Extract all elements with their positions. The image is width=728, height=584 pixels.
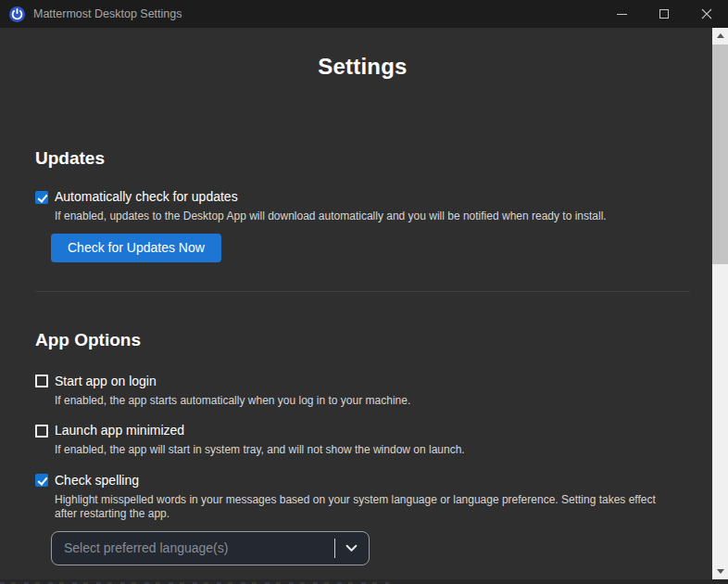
check-spelling-description: Highlight misspelled words in your messa… [55,493,671,522]
start-on-login-description: If enabled, the app starts automatically… [55,394,671,409]
window-controls [600,0,728,28]
maximize-button[interactable] [643,0,685,28]
setting-start-on-login: Start app on login If enabled, the app s… [35,374,690,409]
select-separator [334,539,335,558]
launch-minimized-label[interactable]: Launch app minimized [55,423,184,438]
language-select-placeholder: Select preferred language(s) [64,540,334,555]
check-spelling-checkbox[interactable] [35,474,48,487]
start-on-login-checkbox[interactable] [35,375,48,387]
scrollbar-thumb[interactable] [712,44,728,264]
minimize-button[interactable] [600,0,643,28]
settings-content: Settings Updates Automatically check for… [0,28,712,579]
titlebar: Mattermost Desktop Settings [0,0,728,28]
close-icon [701,8,712,19]
check-spelling-label[interactable]: Check spelling [55,473,139,489]
auto-check-updates-checkbox[interactable] [35,191,48,204]
background-artifact [0,579,728,584]
arrow-up-icon [717,33,724,38]
setting-launch-minimized: Launch app minimized If enabled, the app… [35,423,690,458]
minimize-icon [617,14,627,15]
auto-check-updates-description: If enabled, updates to the Desktop App w… [55,209,671,224]
launch-minimized-checkbox[interactable] [35,425,48,438]
setting-auto-check-updates: Automatically check for updates If enabl… [35,189,690,262]
scrollbar-up-button[interactable] [712,28,728,44]
mattermost-logo-icon [9,6,25,22]
arrow-down-icon [717,569,724,574]
app-options-heading: App Options [35,328,690,352]
page-title: Settings [35,28,690,80]
start-on-login-label[interactable]: Start app on login [55,374,157,389]
preferred-language-select[interactable]: Select preferred language(s) [51,531,370,565]
window-title: Mattermost Desktop Settings [33,7,182,20]
vertical-scrollbar[interactable] [712,28,728,579]
updates-heading: Updates [35,146,690,171]
scrollbar-down-button[interactable] [712,564,728,579]
setting-check-spelling: Check spelling Highlight misspelled word… [35,473,690,565]
auto-check-updates-label[interactable]: Automatically check for updates [55,189,238,205]
check-for-updates-button[interactable]: Check for Updates Now [51,234,221,262]
section-updates: Updates Automatically check for updates … [35,146,690,262]
section-divider [35,291,690,292]
launch-minimized-description: If enabled, the app will start in system… [55,443,671,458]
maximize-icon [659,9,669,19]
close-button[interactable] [685,0,728,28]
settings-window: Mattermost Desktop Settings Settings Upd… [0,0,728,584]
chevron-down-icon [345,544,358,552]
section-app-options: App Options Start app on login If enable… [35,328,690,565]
